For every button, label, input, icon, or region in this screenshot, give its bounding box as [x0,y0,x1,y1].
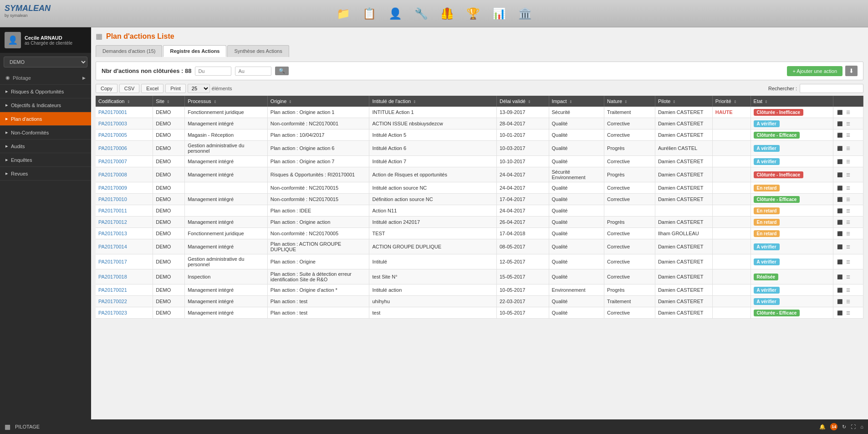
menu-icon[interactable]: ☰ [844,298,852,305]
sidebar-item-enquetes[interactable]: ▸ Enquêtes [0,153,91,167]
nav-icon-user[interactable]: 👤 [386,4,405,23]
menu-icon[interactable]: ☰ [844,171,852,178]
search-button[interactable]: 🔍 [275,67,289,75]
pdf-icon[interactable]: ⬛ [836,298,843,305]
menu-icon[interactable]: ☰ [844,258,852,265]
sidebar-item-nonconformites[interactable]: ▸ Non-Conformités [0,126,91,140]
pdf-icon[interactable]: ⬛ [836,196,843,203]
tab-registre[interactable]: Registre des Actions [163,45,226,57]
status-badge: Clôturée - Efficace [754,132,800,139]
pdf-icon[interactable]: ⬛ [836,184,843,191]
csv-button[interactable]: CSV [119,84,140,93]
col-header-delai[interactable]: Délai validé ⇕ [497,96,549,107]
pdf-icon[interactable]: ⬛ [836,230,843,237]
sidebar-item-plan-actions[interactable]: ▸ Plan d'actions [0,112,91,126]
demo-selector[interactable]: DEMO [4,57,87,67]
date-to-input[interactable] [235,67,271,76]
pdf-icon[interactable]: ⬛ [836,108,843,116]
menu-icon[interactable]: ☰ [844,207,852,214]
tab-synthese[interactable]: Synthèse des Actions [227,45,289,57]
table-row[interactable]: PA20170010 DEMO Management intégré Non-c… [96,194,863,205]
pdf-icon[interactable]: ⬛ [836,207,843,214]
col-header-pilote[interactable]: Pilote ⇕ [655,96,712,107]
menu-icon[interactable]: ☰ [844,158,852,165]
table-row[interactable]: PA20170014 DEMO Management intégré Plan … [96,239,863,254]
menu-icon[interactable]: ☰ [844,309,852,316]
sidebar-item-objectifs[interactable]: ▸ Objectifs & Indicateurs [0,98,91,112]
table-row[interactable]: PA20170003 DEMO Management intégré Non-c… [96,118,863,129]
col-header-site[interactable]: Site ⇕ [153,96,185,107]
pdf-icon[interactable]: ⬛ [836,131,843,139]
excel-button[interactable]: Excel [141,84,163,93]
pdf-icon[interactable]: ⬛ [836,158,843,165]
pdf-icon[interactable]: ⬛ [836,145,843,152]
pdf-icon[interactable]: ⬛ [836,243,843,250]
menu-icon[interactable]: ☰ [844,120,852,127]
nav-icon-trophy[interactable]: 🏆 [464,4,483,23]
menu-icon[interactable]: ☰ [844,286,852,294]
col-header-codification[interactable]: Codification ⇕ [96,96,153,107]
menu-icon[interactable]: ☰ [844,196,852,203]
table-row[interactable]: PA20170023 DEMO Management intégré Plan … [96,307,863,319]
table-row[interactable]: PA20170012 DEMO Management intégré Plan … [96,217,863,228]
col-header-processus[interactable]: Processus ⇕ [185,96,268,107]
table-row[interactable]: PA20170006 DEMO Gestion administrative d… [96,141,863,156]
menu-icon[interactable]: ☰ [844,243,852,250]
menu-icon[interactable]: ☰ [844,184,852,191]
copy-button[interactable]: Copy [96,84,117,93]
sidebar-item-pilotage[interactable]: ◉ Pilotage ▶ [0,71,91,85]
menu-icon[interactable]: ☰ [844,145,852,152]
print-button[interactable]: Print [165,84,186,93]
bottom-notification-icon[interactable]: 🔔 [819,424,826,430]
nav-icon-building[interactable]: 🏛️ [516,4,535,23]
pdf-icon[interactable]: ⬛ [836,171,843,178]
add-action-button[interactable]: + Ajouter une action [787,66,842,76]
menu-icon[interactable]: ☰ [844,108,852,116]
cell-origine: Non-conformité : NC20170015 [267,182,369,194]
col-header-impact[interactable]: Impact ⇕ [549,96,604,107]
menu-icon[interactable]: ☰ [844,230,852,237]
table-row[interactable]: PA20170011 DEMO Plan action : IDEE Actio… [96,205,863,217]
nav-icon-folder[interactable]: 📁 [334,4,353,23]
nav-icon-clipboard[interactable]: 📋 [360,4,379,23]
nav-icon-safety[interactable]: 🦺 [438,4,457,23]
table-row[interactable]: PA20170022 DEMO Management intégré Plan … [96,296,863,307]
bottom-home-icon[interactable]: ⌂ [860,424,863,429]
bottom-fullscreen-icon[interactable]: ⛶ [851,424,856,429]
table-row[interactable]: PA20170005 DEMO Magasin - Réception Plan… [96,129,863,141]
pdf-icon[interactable]: ⬛ [836,273,843,280]
pdf-icon[interactable]: ⬛ [836,218,843,226]
table-row[interactable]: PA20170009 DEMO Non-conformité : NC20170… [96,182,863,194]
cell-site: DEMO [153,284,185,296]
col-header-intitule[interactable]: Intitulé de l'action ⇕ [369,96,497,107]
menu-icon[interactable]: ☰ [844,273,852,280]
col-header-nature[interactable]: Nature ⇕ [604,96,655,107]
table-row[interactable]: PA20170013 DEMO Fonctionnement juridique… [96,228,863,239]
tab-demandes[interactable]: Demandes d'action (15) [96,45,162,57]
table-row[interactable]: PA20170001 DEMO Fonctionnement juridique… [96,107,863,118]
menu-icon[interactable]: ☰ [844,218,852,226]
table-row[interactable]: PA20170018 DEMO Inspection Plan action :… [96,269,863,284]
col-header-etat[interactable]: Etat ⇕ [751,96,833,107]
page-size-select[interactable]: 25 50 100 [188,84,210,93]
pdf-icon[interactable]: ⬛ [836,286,843,294]
pdf-icon[interactable]: ⬛ [836,258,843,265]
bottom-refresh-icon[interactable]: ↻ [842,424,846,430]
table-row[interactable]: PA20170017 DEMO Gestion administrative d… [96,254,863,269]
col-header-origine[interactable]: Origine ⇕ [267,96,369,107]
menu-icon[interactable]: ☰ [844,131,852,139]
table-row[interactable]: PA20170007 DEMO Management intégré Plan … [96,156,863,167]
table-row[interactable]: PA20170021 DEMO Management intégré Plan … [96,284,863,296]
sidebar-item-risques[interactable]: ▸ Risques & Opportunités [0,85,91,98]
sidebar-item-audits[interactable]: ▸ Audits [0,140,91,153]
col-header-priorite[interactable]: Priorité ⇕ [712,96,751,107]
search-input[interactable] [800,84,863,93]
pdf-icon[interactable]: ⬛ [836,309,843,316]
pdf-icon[interactable]: ⬛ [836,120,843,127]
date-from-input[interactable] [195,67,231,76]
sidebar-item-revues[interactable]: ▸ Revues [0,167,91,181]
table-row[interactable]: PA20170008 DEMO Management intégré Risqu… [96,167,863,182]
download-button[interactable]: ⬇ [845,66,858,76]
nav-icon-chart[interactable]: 📊 [490,4,509,23]
nav-icon-tools[interactable]: 🔧 [412,4,431,23]
